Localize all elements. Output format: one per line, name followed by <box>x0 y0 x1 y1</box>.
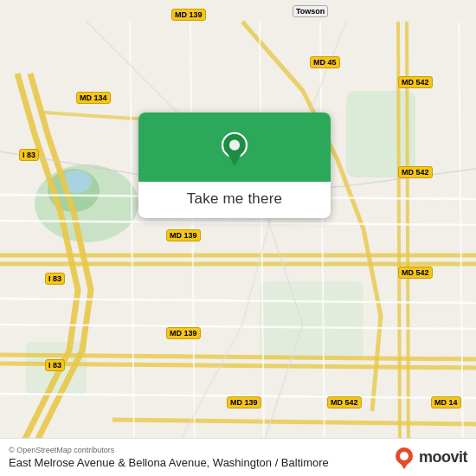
svg-point-10 <box>400 452 408 460</box>
badge-md542-bot: MD 542 <box>398 267 433 279</box>
svg-marker-8 <box>227 152 241 166</box>
svg-marker-11 <box>399 461 409 469</box>
svg-rect-2 <box>346 91 415 177</box>
badge-towson: Towson <box>293 5 328 17</box>
location-popup: Take me there <box>138 113 331 218</box>
badge-md14-btm: MD 14 <box>431 396 461 408</box>
badge-md542-mid: MD 542 <box>398 166 433 178</box>
location-pin-icon <box>217 132 252 166</box>
bottom-bar: © OpenStreetMap contributors East Melros… <box>0 438 476 476</box>
badge-md139-mid: MD 139 <box>166 229 201 241</box>
badge-md134: MD 134 <box>76 92 111 104</box>
popup-header <box>138 113 331 182</box>
address-text: East Melrose Avenue & Bellona Avenue, Wa… <box>9 456 329 469</box>
moovit-brand-text: moovit <box>419 448 467 466</box>
badge-i83-left: I 83 <box>19 149 39 161</box>
badge-md542-top: MD 542 <box>398 76 433 88</box>
badge-md139-btm: MD 139 <box>227 396 261 408</box>
badge-md139-bot: MD 139 <box>166 327 201 339</box>
moovit-logo: moovit <box>393 447 467 469</box>
map-container: MD 139 Towson MD 45 MD 134 I 83 MD 542 M… <box>0 0 476 476</box>
popup-arrow <box>224 217 245 218</box>
popup-action-area: Take me there <box>138 182 331 218</box>
take-me-there-button[interactable]: Take me there <box>187 190 282 208</box>
badge-i83-bot: I 83 <box>45 359 65 371</box>
svg-rect-3 <box>260 281 363 359</box>
badge-md542-btm: MD 542 <box>327 396 362 408</box>
moovit-pin-icon <box>393 447 415 469</box>
svg-point-7 <box>229 140 240 151</box>
badge-i83-mid: I 83 <box>45 273 65 285</box>
copyright-text: © OpenStreetMap contributors <box>9 446 329 454</box>
badge-md139-top: MD 139 <box>171 9 206 21</box>
badge-md45: MD 45 <box>310 56 340 68</box>
bottom-left: © OpenStreetMap contributors East Melros… <box>9 446 329 469</box>
